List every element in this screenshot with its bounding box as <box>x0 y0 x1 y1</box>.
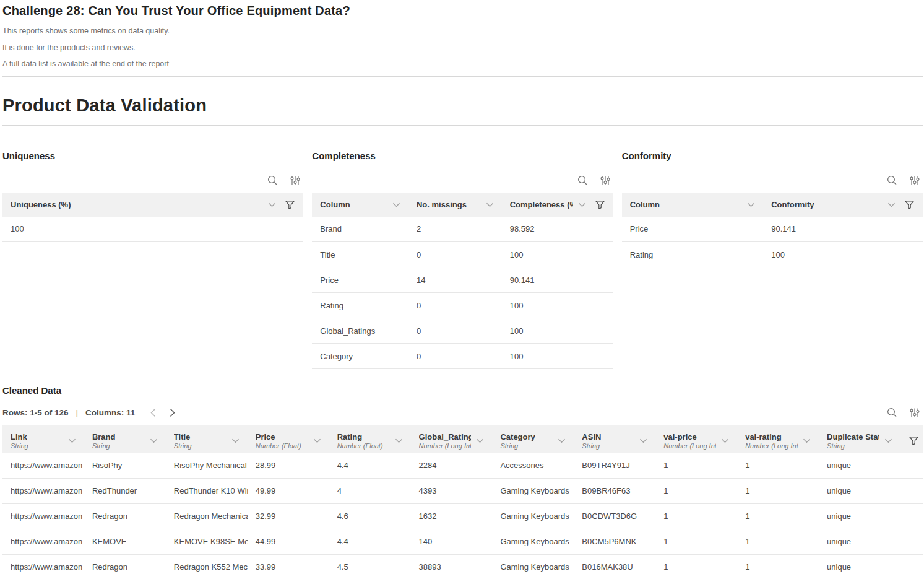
cell-rating: 4.5 <box>329 554 411 574</box>
column-header-label: Column <box>630 200 660 209</box>
section-title: Product Data Validation <box>2 95 923 116</box>
column-header-category[interactable]: CategoryString <box>492 425 574 453</box>
column-header-label: Conformity <box>771 200 814 209</box>
table-row: https://www.amazon RisoPhy RisoPhy Mecha… <box>2 453 923 478</box>
chevron-down-icon[interactable] <box>887 202 896 207</box>
table-row: https://www.amazon Redragon Redragon K55… <box>2 554 923 574</box>
next-page-icon[interactable] <box>169 408 176 417</box>
intro-line-3: A full data list is available at the end… <box>2 59 923 68</box>
cell-category: Gaming Keyboards <box>492 503 574 529</box>
cell-title: Redragon Mechanical <box>166 503 248 529</box>
cell-val-rating: 1 <box>737 554 819 574</box>
chevron-down-icon[interactable] <box>486 202 494 207</box>
cell-price: 44.99 <box>248 529 329 554</box>
rows-count-label: Rows: 1-5 of 126 <box>2 408 69 417</box>
chevron-down-icon[interactable] <box>578 202 586 207</box>
column-header-uniqueness[interactable]: Uniqueness (%) <box>2 193 303 217</box>
table-row: 100 <box>2 217 303 242</box>
uniqueness-panel: Uniqueness Uniqueness (%) <box>2 150 303 370</box>
chevron-down-icon[interactable] <box>476 438 484 443</box>
column-header-no-missings[interactable]: No. missings <box>408 193 502 217</box>
cell-link: https://www.amazon <box>2 529 84 554</box>
cell-title: Redragon K552 Mech <box>166 554 248 574</box>
cell-rating: 4.6 <box>329 503 411 529</box>
uniqueness-table: Uniqueness (%) 1 <box>2 193 303 243</box>
column-header-column[interactable]: Column <box>312 193 408 217</box>
table-row: Global_Ratings 0 100 <box>312 318 613 344</box>
cell-duplicate-status: unique <box>819 503 900 529</box>
cell-link: https://www.amazon <box>2 503 84 529</box>
completeness-heading: Completeness <box>312 150 613 161</box>
filter-icon[interactable] <box>595 200 605 210</box>
column-header-completeness[interactable]: Completeness (%) <box>502 193 613 217</box>
filter-icon[interactable] <box>904 200 915 210</box>
cell-val-rating: 1 <box>737 453 819 478</box>
column-header-title[interactable]: TitleString <box>166 425 248 453</box>
column-header-price[interactable]: PriceNumber (Float) <box>248 425 329 453</box>
cleaned-table-meta: Rows: 1-5 of 126 | Columns: 11 <box>2 405 920 420</box>
column-header-global-ratings[interactable]: Global_RatingsNumber (Long Integ… <box>411 425 493 453</box>
cell-column: Price <box>622 217 764 242</box>
column-header-link[interactable]: LinkString <box>2 425 84 453</box>
section-rule <box>2 125 923 126</box>
chevron-down-icon[interactable] <box>803 438 811 443</box>
column-header-column[interactable]: Column <box>622 193 764 217</box>
column-header-duplicate-status[interactable]: Duplicate StatusString <box>819 425 900 453</box>
cell-no-missings: 14 <box>408 267 502 293</box>
conformity-toolbar <box>622 174 920 188</box>
prev-page-icon[interactable] <box>150 408 157 417</box>
cell-duplicate-status: unique <box>819 529 900 554</box>
search-icon[interactable] <box>886 407 898 419</box>
column-header-label: No. missings <box>417 200 467 209</box>
cell-empty <box>900 478 923 503</box>
chevron-down-icon[interactable] <box>231 438 240 443</box>
table-row: https://www.amazon Redragon Redragon Mec… <box>2 503 923 529</box>
filter-icon[interactable] <box>285 200 295 210</box>
chevron-down-icon[interactable] <box>558 438 566 443</box>
cell-val-rating: 1 <box>737 503 819 529</box>
cell-no-missings: 0 <box>408 293 502 318</box>
table-settings-icon[interactable] <box>600 175 611 186</box>
cell-empty <box>900 529 923 554</box>
cell-global-ratings: 2284 <box>411 453 493 478</box>
chevron-down-icon[interactable] <box>639 438 647 443</box>
filter-icon[interactable] <box>909 436 915 446</box>
column-header-val-price[interactable]: val-priceNumber (Long Integ… <box>655 425 737 453</box>
cell-column: Brand <box>312 217 408 242</box>
cleaned-data-section: Cleaned Data Rows: 1-5 of 126 | Columns:… <box>2 385 923 574</box>
cell-val-rating: 1 <box>737 529 819 554</box>
table-filter-header[interactable] <box>900 425 923 453</box>
cell-no-missings: 0 <box>408 318 502 344</box>
chevron-down-icon[interactable] <box>721 438 729 443</box>
column-header-conformity[interactable]: Conformity <box>763 193 923 217</box>
column-header-rating[interactable]: RatingNumber (Float) <box>329 425 411 453</box>
column-header-label: Uniqueness (%) <box>11 200 71 209</box>
cell-completeness: 98.592 <box>502 217 613 242</box>
cell-rating: 4.4 <box>329 529 411 554</box>
column-header-val-rating[interactable]: val-ratingNumber (Long Integ… <box>737 425 819 453</box>
cell-rating: 4.4 <box>329 453 411 478</box>
column-header-brand[interactable]: BrandString <box>84 425 166 453</box>
chevron-down-icon[interactable] <box>68 438 76 443</box>
table-settings-icon[interactable] <box>909 407 920 419</box>
cell-duplicate-status: unique <box>819 453 900 478</box>
cell-global-ratings: 1632 <box>411 503 493 529</box>
chevron-down-icon[interactable] <box>392 202 400 207</box>
column-header-asin[interactable]: ASINString <box>574 425 655 453</box>
cell-brand: RedThunder <box>84 478 166 503</box>
chevron-down-icon[interactable] <box>313 438 321 443</box>
table-settings-icon[interactable] <box>290 175 301 186</box>
cell-asin: B016MAK38U <box>574 554 655 574</box>
chevron-down-icon[interactable] <box>150 438 158 443</box>
cell-uniqueness: 100 <box>2 217 303 242</box>
chevron-down-icon[interactable] <box>268 202 276 207</box>
search-icon[interactable] <box>886 175 898 186</box>
columns-count-label: Columns: 11 <box>85 408 135 417</box>
chevron-down-icon[interactable] <box>884 438 892 443</box>
table-settings-icon[interactable] <box>909 175 920 186</box>
search-icon[interactable] <box>267 175 278 186</box>
chevron-down-icon[interactable] <box>395 438 403 443</box>
cell-price: 28.99 <box>248 453 329 478</box>
search-icon[interactable] <box>577 175 589 186</box>
chevron-down-icon[interactable] <box>747 202 755 207</box>
